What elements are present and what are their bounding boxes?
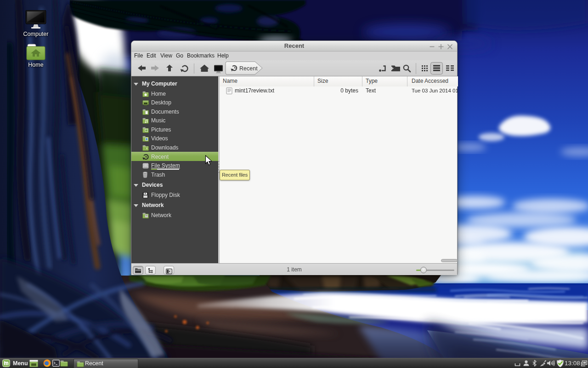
svg-text:Recent: Recent	[239, 65, 258, 72]
